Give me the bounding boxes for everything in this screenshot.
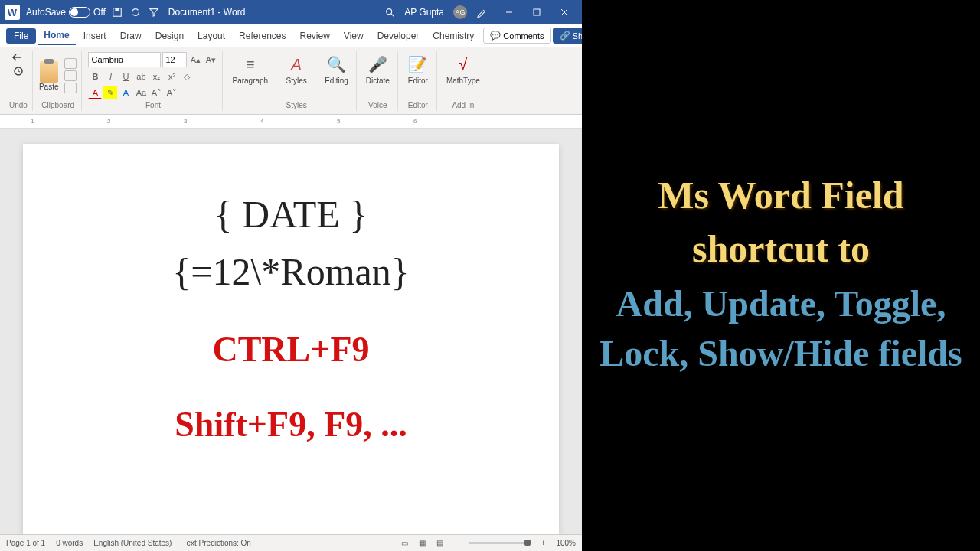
- tab-references[interactable]: References: [233, 28, 292, 44]
- underline-button[interactable]: U: [119, 70, 132, 83]
- find-icon: 🔍: [325, 54, 347, 75]
- shortcut-text-2: Shift+F9, F9, ...: [54, 403, 528, 447]
- pen-icon[interactable]: [476, 7, 487, 18]
- side-title-2: shortcut to: [692, 226, 870, 272]
- change-case-button[interactable]: Aa: [134, 86, 148, 99]
- shortcut-text-1: CTRL+F9: [54, 328, 528, 372]
- grow-font-icon[interactable]: A▴: [188, 53, 202, 67]
- toggle-switch-icon[interactable]: [69, 7, 90, 18]
- word-logo-icon: W: [5, 5, 20, 20]
- language-status[interactable]: English (United States): [93, 539, 172, 547]
- zoom-level[interactable]: 100%: [556, 539, 576, 547]
- undo-group: Undo: [5, 51, 33, 111]
- titlebar-right: AP Gupta AG: [384, 2, 577, 22]
- ruler[interactable]: 1 2 3 4 5 6: [0, 115, 582, 129]
- title-bar: W AutoSave Off Document1 - Word AP Gupta…: [0, 0, 582, 24]
- web-layout-icon[interactable]: ▤: [436, 539, 443, 547]
- svg-rect-1: [115, 8, 119, 11]
- field-code-roman[interactable]: {=12\*Roman}: [54, 247, 528, 297]
- save-icon[interactable]: [112, 7, 122, 18]
- paste-icon: [40, 61, 58, 83]
- shrink-font-icon[interactable]: A▾: [204, 53, 217, 67]
- editing-button[interactable]: 🔍 Editing: [322, 52, 351, 86]
- tab-chemistry[interactable]: Chemistry: [426, 28, 480, 44]
- mathtype-button[interactable]: √ MathType: [443, 52, 483, 86]
- dictate-button[interactable]: 🎤 Dictate: [363, 52, 393, 86]
- side-panel: Ms Word Field shortcut to Add, Update, T…: [582, 0, 980, 551]
- side-title-1: Ms Word Field: [658, 172, 903, 218]
- editor-button[interactable]: 📝 Editor: [404, 52, 432, 86]
- tab-layout[interactable]: Layout: [191, 28, 231, 44]
- comments-button[interactable]: 💬Comments: [483, 28, 550, 44]
- editor-group: 📝 Editor Editor: [400, 51, 437, 111]
- format-painter-icon[interactable]: [64, 83, 77, 93]
- highlight-icon[interactable]: ✎: [103, 86, 117, 99]
- maximize-button[interactable]: [524, 2, 550, 22]
- user-name: AP Gupta: [404, 7, 444, 18]
- paragraph-group: ≡ Paragraph: [224, 51, 276, 111]
- italic-button[interactable]: I: [103, 70, 117, 83]
- side-subtitle: Add, Update, Toggle, Lock, Show/Hide fie…: [597, 279, 965, 379]
- shrink-font2-icon[interactable]: A˅: [165, 86, 178, 99]
- bold-button[interactable]: B: [88, 70, 102, 83]
- clear-format-icon[interactable]: ◇: [180, 70, 194, 83]
- text-effects-icon[interactable]: A: [119, 86, 132, 99]
- font-size-select[interactable]: [162, 52, 187, 67]
- grow-font2-icon[interactable]: A˄: [149, 86, 163, 99]
- status-bar: Page 1 of 1 0 words English (United Stat…: [0, 534, 582, 551]
- tab-insert[interactable]: Insert: [77, 28, 113, 44]
- user-avatar-icon[interactable]: AG: [453, 5, 467, 19]
- svg-rect-5: [534, 9, 540, 15]
- cut-icon[interactable]: [64, 58, 77, 69]
- tab-draw[interactable]: Draw: [114, 28, 148, 44]
- font-color-icon[interactable]: A: [88, 86, 102, 99]
- word-count[interactable]: 0 words: [56, 539, 83, 547]
- styles-group: A Styles Styles: [278, 51, 315, 111]
- redo-icon[interactable]: [11, 66, 25, 77]
- tab-view[interactable]: View: [338, 28, 370, 44]
- page[interactable]: { DATE } {=12\*Roman} CTRL+F9 Shift+F9, …: [23, 144, 559, 534]
- tab-design[interactable]: Design: [149, 28, 190, 44]
- font-name-select[interactable]: [88, 52, 161, 67]
- field-code-date[interactable]: { DATE }: [54, 190, 528, 240]
- page-count[interactable]: Page 1 of 1: [6, 539, 45, 547]
- zoom-out-button[interactable]: −: [454, 539, 459, 547]
- search-icon[interactable]: [384, 7, 395, 18]
- autosave-label: AutoSave: [26, 7, 66, 18]
- paragraph-button[interactable]: ≡ Paragraph: [229, 52, 271, 86]
- tab-developer[interactable]: Developer: [371, 28, 426, 44]
- document-area[interactable]: { DATE } {=12\*Roman} CTRL+F9 Shift+F9, …: [0, 129, 582, 534]
- minimize-button[interactable]: [496, 2, 522, 22]
- document-title: Document1 - Word: [168, 7, 245, 18]
- svg-line-3: [391, 14, 394, 17]
- autosave-toggle[interactable]: AutoSave Off: [26, 7, 106, 18]
- tab-review[interactable]: Review: [293, 28, 335, 44]
- paste-button[interactable]: Paste: [39, 61, 59, 91]
- sync-icon[interactable]: [130, 7, 141, 18]
- focus-mode-icon[interactable]: ▭: [401, 539, 408, 547]
- print-layout-icon[interactable]: ▦: [419, 539, 426, 547]
- zoom-in-button[interactable]: +: [541, 539, 546, 547]
- word-application: W AutoSave Off Document1 - Word AP Gupta…: [0, 0, 582, 551]
- autosave-state: Off: [93, 7, 106, 18]
- superscript-button[interactable]: x²: [165, 70, 178, 83]
- tab-home[interactable]: Home: [38, 27, 75, 45]
- strikethrough-button[interactable]: ab: [134, 70, 148, 83]
- close-button[interactable]: [551, 2, 577, 22]
- styles-button[interactable]: A Styles: [283, 52, 310, 86]
- editing-group: 🔍 Editing: [317, 51, 357, 111]
- clipboard-group: Paste Clipboard: [34, 51, 83, 111]
- undo-icon[interactable]: [11, 52, 25, 63]
- editor-icon: 📝: [407, 54, 429, 75]
- styles-icon: A: [286, 54, 307, 75]
- tab-file[interactable]: File: [6, 28, 36, 44]
- subscript-button[interactable]: x₂: [149, 70, 163, 83]
- paragraph-icon: ≡: [240, 54, 261, 75]
- ribbon: Undo Paste Clipboard A: [0, 47, 582, 115]
- text-predictions[interactable]: Text Predictions: On: [182, 539, 250, 547]
- zoom-slider[interactable]: [469, 542, 531, 544]
- mathtype-icon: √: [452, 54, 474, 75]
- copy-icon[interactable]: [64, 70, 77, 81]
- filter-icon[interactable]: [149, 7, 159, 18]
- font-group: A▴ A▾ B I U ab x₂ x² ◇ A ✎ A Aa A˄: [83, 51, 223, 111]
